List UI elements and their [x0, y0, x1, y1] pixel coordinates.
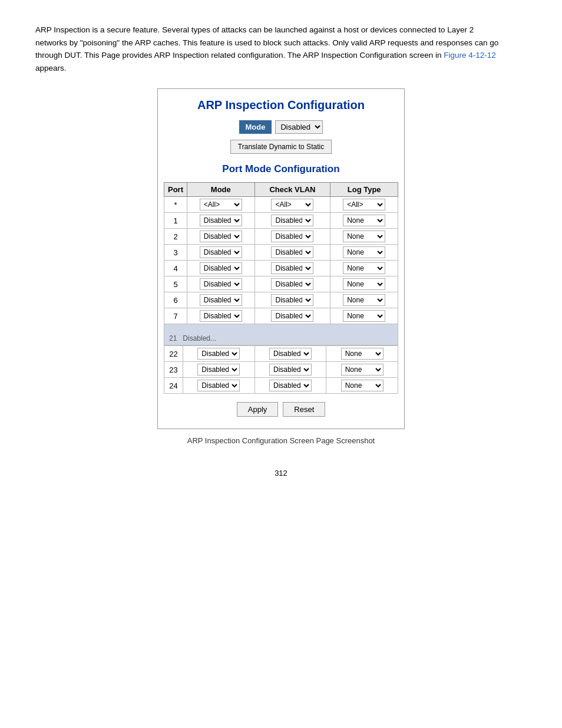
log-type-select-wildcard[interactable]: <All> None Deny Permit All: [343, 199, 385, 210]
translate-dynamic-button[interactable]: Translate Dynamic to Static: [230, 140, 332, 154]
figure-link[interactable]: Figure 4-12-12: [444, 51, 496, 60]
mode-select-4[interactable]: DisabledEnabled: [200, 262, 242, 274]
config-panel: ARP Inspection Configuration Mode Disabl…: [157, 88, 405, 429]
table-row: 5 DisabledEnabled DisabledEnabled NoneDe…: [164, 276, 398, 292]
col-check-vlan: Check VLAN: [254, 183, 330, 197]
port-table: Port Mode Check VLAN Log Type * <All> Di…: [164, 182, 398, 324]
intro-text-4: appears.: [35, 64, 67, 73]
mode-select-1[interactable]: DisabledEnabled: [200, 215, 242, 226]
apply-button[interactable]: Apply: [237, 402, 279, 417]
check-vlan-select-24[interactable]: DisabledEnabled: [269, 380, 312, 391]
table-row: 1 DisabledEnabled DisabledEnabled NoneDe…: [164, 213, 398, 229]
bottom-rows-table: 22 DisabledEnabled DisabledEnabled NoneD…: [164, 345, 398, 394]
mode-select-24[interactable]: DisabledEnabled: [197, 380, 240, 391]
log-type-select-23[interactable]: NoneDenyPermitAll: [341, 364, 384, 375]
port-cell-wildcard: *: [164, 197, 187, 213]
mode-select-5[interactable]: DisabledEnabled: [200, 278, 242, 290]
mode-select-6[interactable]: DisabledEnabled: [200, 294, 242, 306]
log-type-select-5[interactable]: NoneDenyPermitAll: [343, 278, 385, 290]
table-row: 23 DisabledEnabled DisabledEnabled NoneD…: [164, 362, 398, 378]
page-number: 312: [35, 469, 527, 477]
mode-select-23[interactable]: DisabledEnabled: [197, 364, 240, 375]
check-vlan-cell-wildcard: <All> Disabled Enabled: [254, 197, 330, 213]
check-vlan-select-7[interactable]: DisabledEnabled: [271, 310, 313, 322]
config-title: ARP Inspection Configuration: [164, 98, 398, 112]
table-row: 7 DisabledEnabled DisabledEnabled NoneDe…: [164, 308, 398, 324]
log-type-cell-wildcard: <All> None Deny Permit All: [330, 197, 398, 213]
table-row: 4 DisabledEnabled DisabledEnabled NoneDe…: [164, 261, 398, 276]
mode-select-wildcard[interactable]: <All> Disabled Enabled: [200, 199, 242, 210]
table-row: 3 DisabledEnabled DisabledEnabled NoneDe…: [164, 245, 398, 261]
check-vlan-select-22[interactable]: DisabledEnabled: [269, 348, 312, 360]
table-row: 24 DisabledEnabled DisabledEnabled NoneD…: [164, 378, 398, 394]
log-type-select-6[interactable]: NoneDenyPermitAll: [343, 294, 385, 306]
table-row-wildcard: * <All> Disabled Enabled <All> Disabled …: [164, 197, 398, 213]
mode-cell: DisabledEnabled: [187, 213, 255, 229]
intro-text-1: ARP Inspection is a secure feature. Seve…: [35, 25, 474, 34]
ellipsis-port: 21 Disabled...: [169, 334, 216, 342]
col-port: Port: [164, 183, 187, 197]
intro-paragraph: ARP Inspection is a secure feature. Seve…: [35, 24, 527, 74]
mode-select-2[interactable]: DisabledEnabled: [200, 230, 242, 242]
check-vlan-select-6[interactable]: DisabledEnabled: [271, 294, 313, 306]
check-vlan-select-23[interactable]: DisabledEnabled: [269, 364, 312, 375]
log-type-select-22[interactable]: NoneDenyPermitAll: [341, 348, 384, 360]
figure-caption: ARP Inspection Configuration Screen Page…: [35, 436, 527, 445]
check-vlan-select-wildcard[interactable]: <All> Disabled Enabled: [271, 199, 313, 210]
check-vlan-select-2[interactable]: DisabledEnabled: [271, 230, 313, 242]
check-vlan-cell: DisabledEnabled: [254, 213, 330, 229]
log-type-select-2[interactable]: NoneDenyPermitAll: [343, 230, 385, 242]
mode-cell-wildcard: <All> Disabled Enabled: [187, 197, 255, 213]
mode-select-7[interactable]: DisabledEnabled: [200, 310, 242, 322]
intro-text-3: through DUT. This Page provides ARP Insp…: [35, 51, 444, 60]
mode-select[interactable]: Disabled Enabled: [275, 120, 323, 134]
mode-select-3[interactable]: DisabledEnabled: [200, 246, 242, 258]
col-mode: Mode: [187, 183, 255, 197]
mode-row: Mode Disabled Enabled: [164, 120, 398, 134]
table-row: 2 DisabledEnabled DisabledEnabled NoneDe…: [164, 229, 398, 245]
reset-button[interactable]: Reset: [283, 402, 325, 417]
log-type-select-3[interactable]: NoneDenyPermitAll: [343, 246, 385, 258]
check-vlan-select-1[interactable]: DisabledEnabled: [271, 215, 313, 226]
intro-text-2: networks by "poisoning" the ARP caches. …: [35, 38, 498, 47]
check-vlan-select-5[interactable]: DisabledEnabled: [271, 278, 313, 290]
log-type-select-4[interactable]: NoneDenyPermitAll: [343, 262, 385, 274]
check-vlan-select-4[interactable]: DisabledEnabled: [271, 262, 313, 274]
mode-label: Mode: [239, 120, 272, 134]
table-row: 22 DisabledEnabled DisabledEnabled NoneD…: [164, 346, 398, 362]
mode-select-22[interactable]: DisabledEnabled: [197, 348, 240, 360]
table-row: 6 DisabledEnabled DisabledEnabled NoneDe…: [164, 292, 398, 308]
log-type-cell: NoneDenyPermitAll: [330, 213, 398, 229]
scroll-area: 21 Disabled...: [164, 324, 398, 345]
log-type-select-1[interactable]: NoneDenyPermitAll: [343, 215, 385, 226]
check-vlan-select-3[interactable]: DisabledEnabled: [271, 246, 313, 258]
port-cell: 1: [164, 213, 187, 229]
button-row: Apply Reset: [164, 402, 398, 417]
col-log-type: Log Type: [330, 183, 398, 197]
port-mode-title: Port Mode Configuration: [164, 163, 398, 175]
log-type-select-7[interactable]: NoneDenyPermitAll: [343, 310, 385, 322]
log-type-select-24[interactable]: NoneDenyPermitAll: [341, 380, 384, 391]
